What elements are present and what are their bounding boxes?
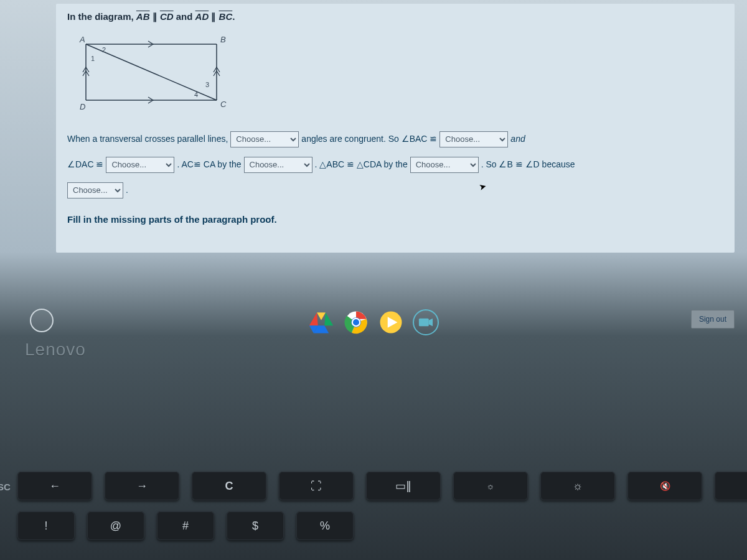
parallelogram-diagram: A B C D 1 2 3 4 xyxy=(67,29,235,116)
dropdown-reason[interactable]: Choose... xyxy=(67,182,123,198)
text-triangles: . △ABC ≌ △CDA by the xyxy=(315,152,408,177)
key-brightness-up[interactable]: ☼ xyxy=(540,472,615,500)
shelf xyxy=(0,305,747,340)
key-forward[interactable]: → xyxy=(105,472,179,500)
dropdown-angle-type[interactable]: Choose... xyxy=(230,131,299,147)
key-brightness-down[interactable]: ☼ xyxy=(453,472,528,500)
text-congruent-bac: angles are congruent. So ∠BAC ≌ xyxy=(301,127,437,151)
proof-line-3: Choose... . xyxy=(67,178,723,202)
chrome-icon[interactable] xyxy=(343,309,369,335)
key-3[interactable]: # xyxy=(157,511,214,540)
segment-cd: CD xyxy=(160,11,174,22)
period: . xyxy=(232,11,235,22)
parallel-symbol-2: ∥ xyxy=(209,11,218,22)
brand-logo: Lenovo xyxy=(25,340,86,360)
label-c: C xyxy=(220,100,227,109)
parallel-symbol: ∥ xyxy=(150,11,160,22)
text-ac-ca: . AC≌ CA by the xyxy=(177,152,241,177)
key-4[interactable]: $ xyxy=(227,511,284,540)
angle-3: 3 xyxy=(205,81,209,88)
svg-rect-19 xyxy=(419,319,429,327)
label-b: B xyxy=(220,35,226,44)
camera-icon[interactable] xyxy=(413,309,439,335)
drive-icon[interactable] xyxy=(308,309,334,335)
dropdown-congruence[interactable]: Choose... xyxy=(410,157,479,173)
keyboard: ← → C ⛶ ▭‖ ☼ ☼ 🔇 🔉 ! @ # $ % xyxy=(0,460,747,560)
key-2[interactable]: @ xyxy=(87,511,144,540)
key-mute[interactable]: 🔇 xyxy=(627,472,702,500)
key-5[interactable]: % xyxy=(296,511,354,540)
proof-line-1: When a transversal crosses parallel line… xyxy=(67,127,723,151)
key-back[interactable]: ← xyxy=(17,472,92,500)
text-period: . xyxy=(126,178,128,202)
text-transversal: When a transversal crosses parallel line… xyxy=(67,127,228,151)
svg-point-16 xyxy=(352,319,360,326)
prompt-prefix: In the diagram, xyxy=(67,11,136,22)
angle-1: 1 xyxy=(91,55,95,62)
dropdown-bac-pair[interactable]: Choose... xyxy=(439,131,508,147)
segment-ad: AD xyxy=(195,11,209,22)
key-volume[interactable]: 🔉 xyxy=(715,472,747,500)
svg-marker-7 xyxy=(324,312,333,325)
angle-2: 2 xyxy=(102,46,106,54)
angle-4: 4 xyxy=(194,91,198,98)
exercise-panel: In the diagram, AB ∥ CD and AD ∥ BC. A B… xyxy=(56,4,735,253)
play-icon[interactable] xyxy=(378,309,404,335)
text-dac: ∠DAC ≌ xyxy=(67,152,103,177)
label-a: A xyxy=(79,35,85,44)
text-angles-bd: . So ∠B ≌ ∠D because xyxy=(481,152,575,177)
svg-marker-6 xyxy=(317,312,326,320)
segment-bc: BC xyxy=(219,11,233,22)
segment-ab: AB xyxy=(136,11,150,22)
label-d: D xyxy=(80,102,85,111)
and-text: and xyxy=(174,11,195,22)
instruction: Fill in the missing parts of the paragra… xyxy=(67,214,723,225)
proof-line-2: ∠DAC ≌ Choose... . AC≌ CA by the Choose.… xyxy=(67,152,723,177)
text-and: and xyxy=(510,127,525,151)
key-1[interactable]: ! xyxy=(17,511,75,540)
svg-marker-8 xyxy=(309,312,318,325)
key-refresh[interactable]: C xyxy=(192,472,266,500)
sign-out-button[interactable]: Sign out xyxy=(691,310,735,329)
prompt-title: In the diagram, AB ∥ CD and AD ∥ BC. xyxy=(67,11,723,22)
dropdown-reflexive[interactable]: Choose... xyxy=(244,157,312,173)
dropdown-dac-pair[interactable]: Choose... xyxy=(106,157,174,173)
key-overview[interactable]: ▭‖ xyxy=(366,472,441,500)
key-fullscreen[interactable]: ⛶ xyxy=(279,472,354,500)
svg-marker-20 xyxy=(429,319,433,327)
